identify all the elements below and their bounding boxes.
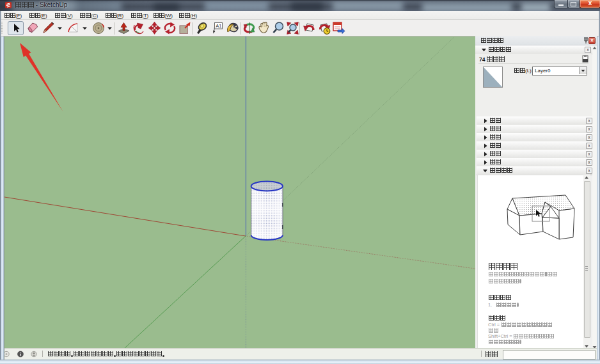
svg-text:A1: A1	[216, 23, 221, 29]
